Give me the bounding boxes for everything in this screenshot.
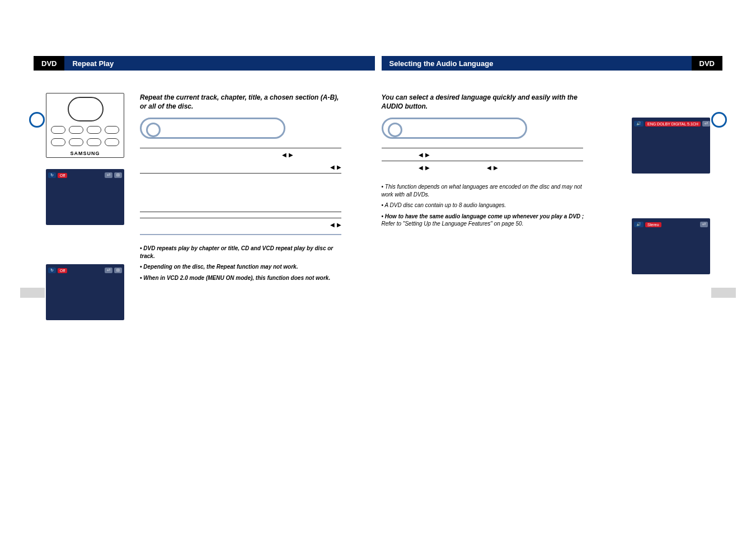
right-body: You can select a desired language quickl…: [382, 93, 617, 320]
right-notes: • This function depends on what language…: [382, 181, 589, 229]
note-item: • This function depends on what language…: [382, 181, 589, 200]
manual-spread: DVD Repeat Play Selecting the Audio Lang…: [0, 56, 756, 320]
note-item: • DVD repeats play by chapter or title, …: [140, 243, 347, 261]
title-bar-right: Selecting the Audio Language: [382, 56, 692, 71]
step-line: [382, 148, 583, 161]
dpad-icon: [68, 97, 104, 121]
osd-screen-vcd-audio: 🔊 Stereo ⏎: [632, 218, 710, 274]
left-right-arrows-icon: [282, 152, 293, 158]
left-right-arrows-icon: [419, 152, 430, 158]
repeat-icon: ↻: [48, 172, 56, 178]
dvd-tag-right: DVD: [692, 56, 722, 71]
right-lead-text: You can select a desired language quickl…: [382, 93, 583, 111]
divider-thick: [140, 234, 341, 235]
osd-screen-repeat-1: ↻ Off ⏎ ⊟: [46, 169, 124, 225]
note-item: • How to have the same audio language co…: [382, 211, 589, 229]
left-notes: • DVD repeats play by chapter or title, …: [140, 243, 347, 283]
osd-enter-icon: ⏎: [700, 222, 708, 227]
right-rail: 🔊 ENG DOLBY DIGITAL 5.1CH ⏎ 🔊 Stereo ⏎: [626, 93, 716, 320]
left-right-arrows-icon: [487, 165, 498, 171]
left-right-arrows-icon: [419, 165, 430, 171]
osd-off-label: Off: [58, 173, 67, 178]
header-row: DVD Repeat Play Selecting the Audio Lang…: [0, 56, 756, 71]
remote-illustration: SAMSUNG: [46, 93, 124, 158]
remote-button-icon: [105, 126, 119, 134]
osd-enter-icon: ⏎: [105, 172, 112, 178]
button-capsule: [382, 118, 527, 139]
note-item: • When in VCD 2.0 mode (MENU ON mode), t…: [140, 273, 347, 284]
left-rail: SAMSUNG ↻ Off ⏎ ⊟ ↻ Off: [40, 93, 130, 320]
osd-audio-vcd-label: Stereo: [645, 222, 661, 227]
repeat-icon: ↻: [48, 268, 56, 273]
page-right: You can select a desired language quickl…: [382, 93, 723, 320]
note-item: • Depending on the disc, the Repeat func…: [140, 261, 347, 273]
step-line: [382, 161, 583, 174]
remote-button-icon: [69, 138, 83, 146]
remote-brand: SAMSUNG: [46, 151, 124, 156]
osd-hint-icon: ⊟: [114, 172, 122, 178]
step-line: [140, 218, 341, 231]
header-left: DVD Repeat Play: [34, 56, 375, 71]
page-left: SAMSUNG ↻ Off ⏎ ⊟ ↻ Off: [34, 93, 375, 320]
left-lead-text: Repeat the current track, chapter, title…: [140, 93, 341, 111]
note-item: • A DVD disc can contain up to 8 audio l…: [382, 200, 589, 211]
remote-button-icon: [51, 138, 65, 146]
divider: [140, 212, 341, 212]
left-right-arrows-icon: [330, 222, 341, 228]
osd-audio-dvd-label: ENG DOLBY DIGITAL 5.1CH: [645, 121, 701, 127]
title-bar-left: Repeat Play: [64, 56, 374, 71]
button-capsule: [140, 118, 285, 139]
osd-screen-dvd-audio: 🔊 ENG DOLBY DIGITAL 5.1CH ⏎: [632, 118, 710, 174]
page-footer-block: [20, 288, 45, 298]
remote-button-icon: [87, 138, 101, 146]
left-body: Repeat the current track, chapter, title…: [140, 93, 375, 320]
page-footer-block: [711, 288, 736, 298]
remote-button-icon: [51, 126, 65, 134]
remote-button-icon: [105, 138, 119, 146]
audio-icon: 🔊: [634, 121, 644, 127]
osd-enter-icon: ⏎: [702, 121, 710, 127]
step-line: [140, 148, 341, 161]
osd-enter-icon: ⏎: [105, 268, 112, 273]
dvd-tag-left: DVD: [34, 56, 64, 71]
remote-button-icon: [87, 126, 101, 134]
step-number-circle: [29, 112, 45, 128]
remote-button-icon: [69, 126, 83, 134]
audio-icon: 🔊: [634, 222, 644, 227]
content-row: SAMSUNG ↻ Off ⏎ ⊟ ↻ Off: [0, 71, 756, 320]
header-right: Selecting the Audio Language DVD: [382, 56, 723, 71]
step-number-circle: [711, 112, 727, 128]
osd-off-label: Off: [58, 268, 67, 273]
step-line: [140, 161, 341, 173]
osd-hint-icon: ⊟: [114, 268, 122, 273]
left-right-arrows-icon: [330, 164, 341, 170]
osd-screen-repeat-2: ↻ Off ⏎ ⊟: [46, 264, 124, 320]
